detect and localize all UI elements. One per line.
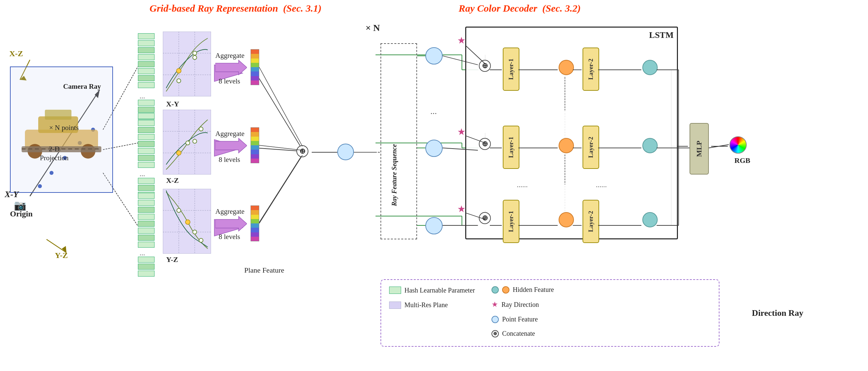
decoder-section-title: Ray Color Decoder (Sec. 3.2) <box>459 3 581 14</box>
yz-arrow-label: Y-Z <box>55 251 68 260</box>
svg-point-86 <box>185 220 190 224</box>
svg-line-121 <box>259 155 302 223</box>
input-circle-3 <box>425 217 443 235</box>
svg-line-17 <box>256 73 302 150</box>
grid-section-title: Grid-based Ray Representation (Sec. 3.1) <box>150 3 321 14</box>
svg-marker-90 <box>215 216 247 231</box>
yz-plane-grid <box>163 189 211 254</box>
svg-point-79 <box>199 127 203 131</box>
xz-arrow-label: X-Z <box>9 49 23 58</box>
star-icon-1: ★ <box>457 35 466 46</box>
svg-line-119 <box>259 67 302 146</box>
layer2-row2: Layer-2 <box>583 126 599 169</box>
legend-plane-label: Multi-Res Plane <box>404 301 448 309</box>
grid-title-text: Grid-based Ray Representation <box>150 3 278 13</box>
xz-agg-label: Aggregate <box>215 130 244 138</box>
svg-rect-61 <box>163 32 211 96</box>
svg-marker-70 <box>215 60 247 75</box>
concat-circle-mid: ⊕ <box>297 145 308 157</box>
svg-point-77 <box>193 139 197 143</box>
legend-hash-icon <box>389 286 401 294</box>
legend-point-feat-icon <box>492 316 499 323</box>
mlp-box: MLP <box>689 123 709 175</box>
direction-ray-label: Direction Ray <box>724 308 832 318</box>
main-container: Grid-based Ray Representation (Sec. 3.1)… <box>0 0 868 371</box>
svg-line-18 <box>256 148 302 151</box>
camera-icon: 📷 <box>14 199 26 211</box>
output-circle-row2 <box>642 138 658 153</box>
lstm-box: LSTM ⊕ Layer-1 Layer-2 ⊕ Layer-1 Layer-2… <box>465 27 678 239</box>
yz-agg-arrow <box>215 215 247 234</box>
decoder-sec-ref: (Sec. 3.2) <box>542 3 581 13</box>
legend-point-feat-label: Point Feature <box>502 315 538 323</box>
lstm-dots: ...... <box>517 181 528 189</box>
yz-hash-strips-2 <box>138 257 155 277</box>
svg-point-87 <box>177 209 181 212</box>
xy-levels-label: 8 levels <box>219 77 240 86</box>
legend-ray-dir: ★ Ray Direction <box>492 300 554 309</box>
concat-output-circle <box>337 144 354 160</box>
input-circle-2 <box>425 140 443 157</box>
legend-plane-icon <box>389 302 401 309</box>
hidden-circle-row2 <box>559 138 574 153</box>
yz-agg-label: Aggregate <box>215 208 244 216</box>
lstm-label: LSTM <box>649 30 674 40</box>
layer2-row1: Layer-2 <box>583 48 599 91</box>
legend-point-feat: Point Feature <box>492 315 554 323</box>
rgb-label: RGB <box>735 156 750 165</box>
xy-hash-strips <box>138 33 155 88</box>
scene-xy-label: X-Y <box>5 189 19 199</box>
legend-hidden: Hidden Feature <box>492 286 554 293</box>
xy-plane-grid <box>163 32 211 96</box>
svg-line-120 <box>259 145 302 150</box>
n-points-label: × N points <box>49 124 79 132</box>
plus-circle-row2: ⊕ <box>479 138 491 150</box>
plane-feat-label: Plane Feature <box>244 266 284 275</box>
xz-plane-label: X-Z <box>166 176 179 185</box>
output-circle-row1 <box>642 60 658 75</box>
legend-plane: Multi-Res Plane <box>389 301 475 309</box>
xy-plane-label: X-Y <box>166 100 179 109</box>
star-icon-2: ★ <box>457 126 466 137</box>
layer2-row3: Layer-2 <box>583 200 599 243</box>
yz-levels-label: 8 levels <box>219 233 240 241</box>
plus-circle-row1: ⊕ <box>479 60 491 72</box>
svg-point-88 <box>193 230 197 234</box>
svg-line-9 <box>46 239 66 253</box>
camera-ray-label: Camera Ray <box>63 83 101 91</box>
decoder-row-dots: ... <box>430 106 437 116</box>
yz-dots: ... <box>140 249 145 257</box>
times-n-label: × N <box>366 23 380 33</box>
legend-hash: Hash Learnable Parameter <box>389 286 475 295</box>
svg-point-67 <box>193 56 197 60</box>
hidden-circle-row1 <box>559 60 574 75</box>
xy-agg-arrow <box>215 59 247 77</box>
xy-agg-label: Aggregate <box>215 52 244 60</box>
legend-concat-label: Concatenate <box>502 330 535 337</box>
plus-circle-row3: ⊕ <box>479 212 491 224</box>
yz-feat-bar <box>251 206 259 241</box>
rgb-circle <box>730 136 747 154</box>
xz-hash-strips <box>138 113 155 168</box>
star-icon-3: ★ <box>457 204 466 214</box>
layer1-row3: Layer-1 <box>503 200 519 243</box>
decoder-title-text: Ray Color Decoder <box>459 3 537 13</box>
svg-marker-80 <box>215 138 247 153</box>
legend-concat: ⊕ Concatenate <box>492 330 554 337</box>
legend-star-icon: ★ <box>492 300 498 309</box>
output-circle-row3 <box>642 212 658 227</box>
legend-concat-icon: ⊕ <box>492 330 499 337</box>
svg-point-78 <box>186 141 190 145</box>
xz-dots: ... <box>140 169 145 178</box>
yz-plane-label: Y-Z <box>166 255 178 264</box>
legend-hidden-orange-icon <box>502 286 509 293</box>
svg-point-68 <box>177 79 181 83</box>
xz-plane-grid <box>163 110 211 175</box>
xz-agg-arrow <box>215 137 247 155</box>
ray-feat-seq-label: Ray Feature Sequence <box>391 66 398 206</box>
svg-rect-59 <box>45 110 71 120</box>
layer1-row2: Layer-1 <box>503 126 519 169</box>
svg-point-76 <box>177 151 181 155</box>
svg-point-89 <box>199 238 203 242</box>
svg-point-66 <box>177 68 181 73</box>
